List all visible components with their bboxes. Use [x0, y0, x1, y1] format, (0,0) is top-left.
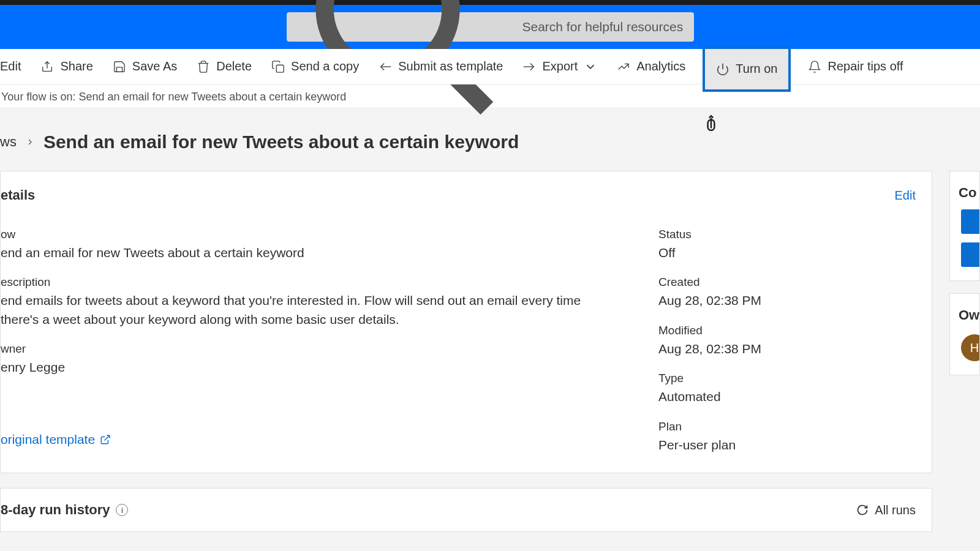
desc-label: escription	[1, 276, 622, 289]
submit-template-label: Submit as template	[398, 59, 503, 73]
chevron-down-icon	[584, 60, 597, 73]
export-label: Export	[542, 59, 578, 73]
analytics-icon	[617, 60, 630, 73]
type-label: Type	[658, 372, 916, 385]
save-as-label: Save As	[132, 59, 177, 73]
connector-icon	[961, 209, 980, 234]
info-icon[interactable]: i	[116, 504, 128, 516]
status-value: Off	[658, 244, 916, 262]
chevron-right-icon	[25, 137, 35, 147]
history-title: 8-day run history	[1, 502, 110, 518]
plan-value: Per-user plan	[658, 436, 916, 454]
modified-value: Aug 28, 02:38 PM	[658, 340, 916, 358]
submit-template-button[interactable]: Submit as template	[376, 56, 505, 77]
save-icon	[113, 60, 126, 73]
avatar: H	[961, 334, 980, 361]
details-heading: etails	[1, 187, 35, 203]
all-runs-button[interactable]: All runs	[856, 503, 916, 517]
plan-label: Plan	[658, 420, 916, 433]
turn-on-button[interactable]: Turn on	[705, 57, 788, 81]
type-value: Automated	[658, 388, 916, 406]
search-input[interactable]	[522, 20, 683, 34]
repair-tips-button[interactable]: Repair tips off	[805, 56, 905, 77]
arrow-left-icon	[379, 60, 392, 73]
owner-label: wner	[1, 342, 622, 356]
svg-rect-2	[276, 65, 284, 72]
connector-icon	[961, 242, 980, 267]
external-link-icon	[100, 434, 111, 445]
flow-label: ow	[1, 228, 622, 241]
status-label: Status	[658, 228, 916, 241]
original-template-link[interactable]: original template	[1, 432, 111, 447]
created-value: Aug 28, 02:38 PM	[658, 291, 916, 310]
export-button[interactable]: Export	[520, 56, 600, 77]
run-history-card: 8-day run history i All runs	[0, 488, 932, 532]
copy-icon	[271, 60, 285, 73]
refresh-icon	[856, 504, 869, 516]
desc-value: end emails for tweets about a keyword th…	[1, 291, 601, 329]
repair-tips-label: Repair tips off	[827, 59, 903, 73]
analytics-button[interactable]: Analytics	[614, 56, 688, 77]
connections-card: Co	[949, 171, 980, 281]
send-copy-button[interactable]: Send a copy	[269, 56, 361, 77]
share-label: Share	[60, 59, 92, 73]
created-label: Created	[658, 276, 916, 289]
delete-label: Delete	[216, 59, 252, 73]
owners-card: Ow H	[949, 293, 980, 375]
breadcrumb-prev[interactable]: ws	[0, 134, 17, 150]
share-icon	[40, 60, 54, 73]
trash-icon	[197, 60, 210, 73]
connections-heading: Co	[959, 185, 979, 201]
turn-on-label: Turn on	[736, 62, 777, 76]
top-header	[0, 5, 980, 49]
turn-on-highlight: Turn on	[703, 47, 791, 92]
power-icon	[716, 62, 729, 76]
send-copy-label: Send a copy	[291, 59, 359, 73]
search-box[interactable]	[287, 12, 694, 42]
owner-value: enry Legge	[1, 358, 601, 377]
modified-label: Modified	[658, 324, 916, 337]
owners-heading: Ow	[959, 307, 979, 323]
analytics-label: Analytics	[636, 59, 685, 73]
flow-value: end an email for new Tweets about a cert…	[1, 244, 601, 262]
details-card: etails Edit ow end an email for new Twee…	[0, 171, 932, 473]
edit-label: Edit	[0, 59, 21, 73]
bell-icon	[808, 60, 821, 73]
template-link-text: original template	[1, 432, 95, 447]
export-icon	[522, 60, 536, 73]
page-title: Send an email for new Tweets about a cer…	[43, 132, 519, 152]
edit-button[interactable]: Edit	[0, 56, 23, 77]
delete-button[interactable]: Delete	[194, 56, 254, 77]
share-button[interactable]: Share	[38, 56, 95, 77]
edit-link[interactable]: Edit	[895, 189, 916, 203]
all-runs-label: All runs	[875, 503, 916, 517]
save-as-button[interactable]: Save As	[110, 56, 179, 77]
command-bar: Edit Share Save As Delete Send a copy Su…	[0, 49, 980, 84]
